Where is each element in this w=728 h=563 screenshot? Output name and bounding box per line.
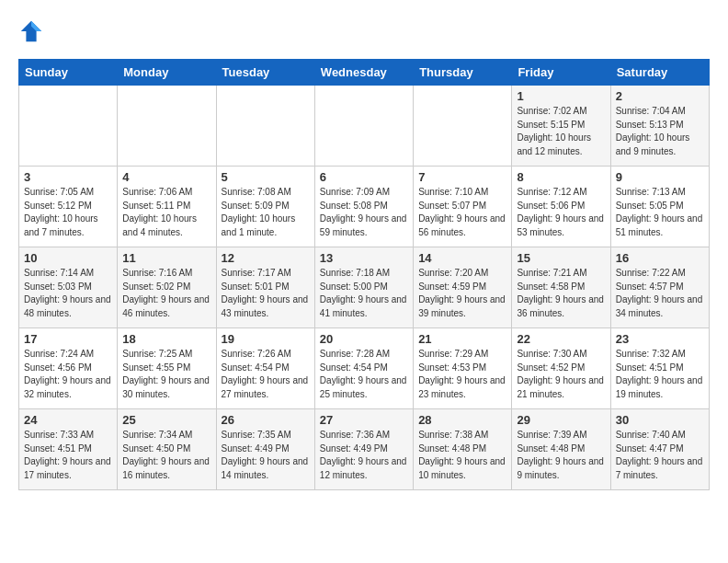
calendar-cell: 9Sunrise: 7:13 AM Sunset: 5:05 PM Daylig… — [610, 167, 709, 247]
day-info: Sunrise: 7:26 AM Sunset: 4:54 PM Dayligh… — [222, 348, 310, 401]
day-number: 11 — [122, 251, 210, 265]
calendar-cell: 18Sunrise: 7:25 AM Sunset: 4:55 PM Dayli… — [118, 328, 216, 409]
day-info: Sunrise: 7:09 AM Sunset: 5:08 PM Dayligh… — [320, 186, 408, 239]
calendar-cell: 27Sunrise: 7:36 AM Sunset: 4:49 PM Dayli… — [314, 409, 413, 490]
day-info: Sunrise: 7:21 AM Sunset: 4:58 PM Dayligh… — [517, 267, 605, 320]
day-info: Sunrise: 7:20 AM Sunset: 4:59 PM Dayligh… — [418, 267, 506, 320]
calendar-cell: 11Sunrise: 7:16 AM Sunset: 5:02 PM Dayli… — [118, 247, 216, 328]
day-number: 29 — [517, 413, 605, 427]
calendar-cell: 24Sunrise: 7:33 AM Sunset: 4:51 PM Dayli… — [19, 409, 118, 490]
day-info: Sunrise: 7:18 AM Sunset: 5:00 PM Dayligh… — [320, 267, 408, 320]
calendar-cell: 23Sunrise: 7:32 AM Sunset: 4:51 PM Dayli… — [610, 328, 709, 409]
day-info: Sunrise: 7:12 AM Sunset: 5:06 PM Dayligh… — [517, 186, 605, 239]
weekday-header: Saturday — [610, 60, 709, 86]
weekday-header: Tuesday — [216, 60, 314, 86]
calendar-cell: 15Sunrise: 7:21 AM Sunset: 4:58 PM Dayli… — [512, 247, 610, 328]
day-number: 4 — [122, 170, 210, 184]
day-number: 8 — [517, 170, 605, 184]
calendar-cell: 5Sunrise: 7:08 AM Sunset: 5:09 PM Daylig… — [216, 167, 314, 247]
calendar-cell: 6Sunrise: 7:09 AM Sunset: 5:08 PM Daylig… — [314, 167, 413, 247]
calendar-cell: 25Sunrise: 7:34 AM Sunset: 4:50 PM Dayli… — [118, 409, 216, 490]
day-info: Sunrise: 7:14 AM Sunset: 5:03 PM Dayligh… — [24, 267, 112, 320]
day-info: Sunrise: 7:08 AM Sunset: 5:09 PM Dayligh… — [222, 186, 310, 239]
calendar-week-row: 1Sunrise: 7:02 AM Sunset: 5:15 PM Daylig… — [19, 86, 710, 167]
day-number: 20 — [320, 332, 408, 346]
calendar-cell: 29Sunrise: 7:39 AM Sunset: 4:48 PM Dayli… — [512, 409, 610, 490]
day-info: Sunrise: 7:02 AM Sunset: 5:15 PM Dayligh… — [517, 105, 605, 158]
day-info: Sunrise: 7:39 AM Sunset: 4:48 PM Dayligh… — [517, 429, 605, 482]
day-number: 30 — [616, 413, 704, 427]
day-number: 24 — [24, 413, 112, 427]
calendar-cell: 16Sunrise: 7:22 AM Sunset: 4:57 PM Dayli… — [610, 247, 709, 328]
day-number: 18 — [122, 332, 210, 346]
calendar-header: SundayMondayTuesdayWednesdayThursdayFrid… — [19, 60, 710, 86]
day-info: Sunrise: 7:38 AM Sunset: 4:48 PM Dayligh… — [418, 429, 506, 482]
weekday-header: Friday — [512, 60, 610, 86]
day-number: 15 — [517, 251, 605, 265]
calendar-cell: 17Sunrise: 7:24 AM Sunset: 4:56 PM Dayli… — [19, 328, 118, 409]
page-header — [18, 18, 710, 44]
calendar-week-row: 3Sunrise: 7:05 AM Sunset: 5:12 PM Daylig… — [19, 167, 710, 247]
day-info: Sunrise: 7:25 AM Sunset: 4:55 PM Dayligh… — [122, 348, 210, 401]
day-info: Sunrise: 7:05 AM Sunset: 5:12 PM Dayligh… — [24, 186, 112, 239]
calendar-week-row: 17Sunrise: 7:24 AM Sunset: 4:56 PM Dayli… — [19, 328, 710, 409]
day-info: Sunrise: 7:34 AM Sunset: 4:50 PM Dayligh… — [122, 429, 210, 482]
day-info: Sunrise: 7:36 AM Sunset: 4:49 PM Dayligh… — [320, 429, 408, 482]
day-info: Sunrise: 7:04 AM Sunset: 5:13 PM Dayligh… — [616, 105, 704, 158]
calendar-cell — [314, 86, 413, 167]
weekday-header: Thursday — [414, 60, 512, 86]
day-info: Sunrise: 7:29 AM Sunset: 4:53 PM Dayligh… — [418, 348, 506, 401]
calendar-cell: 26Sunrise: 7:35 AM Sunset: 4:49 PM Dayli… — [216, 409, 314, 490]
day-number: 16 — [616, 251, 704, 265]
day-info: Sunrise: 7:32 AM Sunset: 4:51 PM Dayligh… — [616, 348, 704, 401]
day-info: Sunrise: 7:30 AM Sunset: 4:52 PM Dayligh… — [517, 348, 605, 401]
weekday-header: Sunday — [19, 60, 118, 86]
calendar-cell — [414, 86, 512, 167]
day-number: 19 — [222, 332, 310, 346]
calendar-cell: 30Sunrise: 7:40 AM Sunset: 4:47 PM Dayli… — [610, 409, 709, 490]
day-number: 21 — [418, 332, 506, 346]
calendar-week-row: 24Sunrise: 7:33 AM Sunset: 4:51 PM Dayli… — [19, 409, 710, 490]
weekday-header: Wednesday — [314, 60, 413, 86]
weekday-header: Monday — [118, 60, 216, 86]
day-number: 14 — [418, 251, 506, 265]
day-number: 3 — [24, 170, 112, 184]
calendar-cell: 12Sunrise: 7:17 AM Sunset: 5:01 PM Dayli… — [216, 247, 314, 328]
calendar-body: 1Sunrise: 7:02 AM Sunset: 5:15 PM Daylig… — [19, 86, 710, 490]
day-info: Sunrise: 7:40 AM Sunset: 4:47 PM Dayligh… — [616, 429, 704, 482]
day-number: 2 — [616, 89, 704, 103]
calendar-table: SundayMondayTuesdayWednesdayThursdayFrid… — [18, 59, 710, 490]
day-number: 12 — [222, 251, 310, 265]
day-info: Sunrise: 7:13 AM Sunset: 5:05 PM Dayligh… — [616, 186, 704, 239]
calendar-cell: 3Sunrise: 7:05 AM Sunset: 5:12 PM Daylig… — [19, 167, 118, 247]
day-number: 23 — [616, 332, 704, 346]
day-info: Sunrise: 7:16 AM Sunset: 5:02 PM Dayligh… — [122, 267, 210, 320]
day-info: Sunrise: 7:28 AM Sunset: 4:54 PM Dayligh… — [320, 348, 408, 401]
day-info: Sunrise: 7:22 AM Sunset: 4:57 PM Dayligh… — [616, 267, 704, 320]
day-number: 28 — [418, 413, 506, 427]
day-info: Sunrise: 7:24 AM Sunset: 4:56 PM Dayligh… — [24, 348, 112, 401]
calendar-cell: 8Sunrise: 7:12 AM Sunset: 5:06 PM Daylig… — [512, 167, 610, 247]
weekday-row: SundayMondayTuesdayWednesdayThursdayFrid… — [19, 60, 710, 86]
day-number: 5 — [222, 170, 310, 184]
calendar-cell: 2Sunrise: 7:04 AM Sunset: 5:13 PM Daylig… — [610, 86, 709, 167]
calendar-cell: 1Sunrise: 7:02 AM Sunset: 5:15 PM Daylig… — [512, 86, 610, 167]
calendar-cell — [118, 86, 216, 167]
day-number: 26 — [222, 413, 310, 427]
day-info: Sunrise: 7:35 AM Sunset: 4:49 PM Dayligh… — [222, 429, 310, 482]
day-number: 7 — [418, 170, 506, 184]
calendar-cell: 4Sunrise: 7:06 AM Sunset: 5:11 PM Daylig… — [118, 167, 216, 247]
day-number: 17 — [24, 332, 112, 346]
calendar-week-row: 10Sunrise: 7:14 AM Sunset: 5:03 PM Dayli… — [19, 247, 710, 328]
calendar-cell: 22Sunrise: 7:30 AM Sunset: 4:52 PM Dayli… — [512, 328, 610, 409]
calendar-cell: 10Sunrise: 7:14 AM Sunset: 5:03 PM Dayli… — [19, 247, 118, 328]
day-number: 6 — [320, 170, 408, 184]
logo — [18, 18, 50, 44]
calendar-cell — [19, 86, 118, 167]
calendar-cell: 19Sunrise: 7:26 AM Sunset: 4:54 PM Dayli… — [216, 328, 314, 409]
calendar-cell: 7Sunrise: 7:10 AM Sunset: 5:07 PM Daylig… — [414, 167, 512, 247]
calendar-cell: 14Sunrise: 7:20 AM Sunset: 4:59 PM Dayli… — [414, 247, 512, 328]
day-info: Sunrise: 7:06 AM Sunset: 5:11 PM Dayligh… — [122, 186, 210, 239]
logo-icon — [18, 18, 44, 44]
calendar-cell: 20Sunrise: 7:28 AM Sunset: 4:54 PM Dayli… — [314, 328, 413, 409]
